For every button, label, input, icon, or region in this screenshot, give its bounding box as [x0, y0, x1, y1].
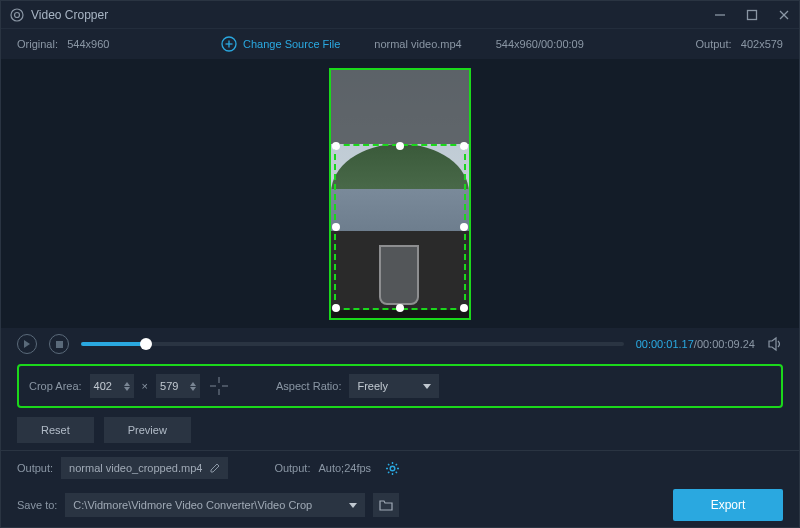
output-settings-button[interactable]: [385, 461, 400, 476]
export-button[interactable]: Export: [673, 489, 783, 521]
open-folder-button[interactable]: [373, 493, 399, 517]
current-time: 00:00:01.17: [636, 338, 694, 350]
divider: [1, 450, 799, 451]
svg-point-16: [390, 466, 395, 471]
crop-controls-panel: Crop Area: 402 × 579 Aspect Ratio: Freel…: [17, 364, 783, 408]
output-filename-box[interactable]: normal video_cropped.mp4: [61, 457, 228, 479]
chevron-down-icon: [349, 503, 357, 508]
close-button[interactable]: [777, 8, 791, 22]
svg-rect-3: [748, 10, 757, 19]
volume-icon: [767, 336, 783, 352]
aspect-ratio-label: Aspect Ratio:: [276, 380, 341, 392]
chevron-down-icon: [423, 384, 431, 389]
original-label: Original:: [17, 38, 58, 50]
aspect-ratio-select[interactable]: Freely: [349, 374, 439, 398]
output-row: Output: normal video_cropped.mp4 Output:…: [1, 453, 799, 483]
width-up-icon[interactable]: [124, 382, 130, 386]
seek-slider[interactable]: [81, 342, 624, 346]
folder-icon: [379, 499, 393, 511]
original-dimensions: 544x960: [67, 38, 109, 50]
output-file-label: Output:: [17, 462, 53, 474]
reset-button[interactable]: Reset: [17, 417, 94, 443]
crop-mask-top: [331, 70, 469, 144]
action-row: Reset Preview: [1, 412, 799, 448]
height-down-icon[interactable]: [190, 387, 196, 391]
stop-button[interactable]: [49, 334, 69, 354]
crop-width-value: 402: [94, 380, 124, 392]
gear-icon: [385, 461, 400, 476]
play-button[interactable]: [17, 334, 37, 354]
svg-marker-11: [769, 338, 776, 350]
output-dimensions: 402x579: [741, 38, 783, 50]
output-format-value: Auto;24fps: [318, 462, 371, 474]
svg-point-1: [15, 12, 20, 17]
crop-handle-bot-mid[interactable]: [396, 304, 404, 312]
minimize-button[interactable]: [713, 8, 727, 22]
video-frame[interactable]: [329, 68, 471, 320]
save-path-value: C:\Vidmore\Vidmore Video Converter\Video…: [73, 499, 312, 511]
crop-height-value: 579: [160, 380, 190, 392]
titlebar: Video Cropper: [1, 1, 799, 29]
crop-handle-bot-left[interactable]: [332, 304, 340, 312]
svg-rect-10: [56, 341, 63, 348]
app-icon: [9, 7, 25, 23]
total-time: 00:00:09.24: [697, 338, 755, 350]
preview-button[interactable]: Preview: [104, 417, 191, 443]
source-filename: normal video.mp4: [374, 38, 461, 50]
edit-icon: [210, 463, 220, 473]
playbar: 00:00:01.17/00:00:09.24: [1, 328, 799, 360]
change-source-label: Change Source File: [243, 38, 340, 50]
play-icon: [23, 340, 31, 348]
output-format-label: Output:: [274, 462, 310, 474]
infobar: Original: 544x960 Change Source File nor…: [1, 29, 799, 59]
crosshair-icon: [210, 377, 228, 395]
stop-icon: [56, 341, 63, 348]
crop-width-input[interactable]: 402: [90, 374, 134, 398]
svg-marker-9: [24, 340, 30, 348]
center-crop-button[interactable]: [208, 375, 230, 397]
save-path-select[interactable]: C:\Vidmore\Vidmore Video Converter\Video…: [65, 493, 365, 517]
crop-rectangle[interactable]: [334, 144, 467, 310]
width-down-icon[interactable]: [124, 387, 130, 391]
maximize-button[interactable]: [745, 8, 759, 22]
output-dim-label: Output:: [696, 38, 732, 50]
save-row: Save to: C:\Vidmore\Vidmore Video Conver…: [1, 483, 799, 527]
preview-area: [1, 59, 799, 328]
aspect-ratio-value: Freely: [357, 380, 388, 392]
svg-point-0: [11, 9, 23, 21]
dimension-separator: ×: [142, 380, 148, 392]
crop-area-label: Crop Area:: [29, 380, 82, 392]
change-source-button[interactable]: Change Source File: [221, 36, 340, 52]
volume-button[interactable]: [767, 336, 783, 352]
seek-thumb[interactable]: [140, 338, 152, 350]
time-display: 00:00:01.17/00:00:09.24: [636, 338, 755, 350]
output-filename: normal video_cropped.mp4: [69, 462, 202, 474]
window-title: Video Cropper: [31, 8, 713, 22]
crop-handle-top-mid[interactable]: [396, 142, 404, 150]
crop-handle-top-left[interactable]: [332, 142, 340, 150]
height-up-icon[interactable]: [190, 382, 196, 386]
save-to-label: Save to:: [17, 499, 57, 511]
crop-handle-mid-left[interactable]: [332, 223, 340, 231]
crop-height-input[interactable]: 579: [156, 374, 200, 398]
source-spec: 544x960/00:00:09: [496, 38, 584, 50]
plus-circle-icon: [221, 36, 237, 52]
